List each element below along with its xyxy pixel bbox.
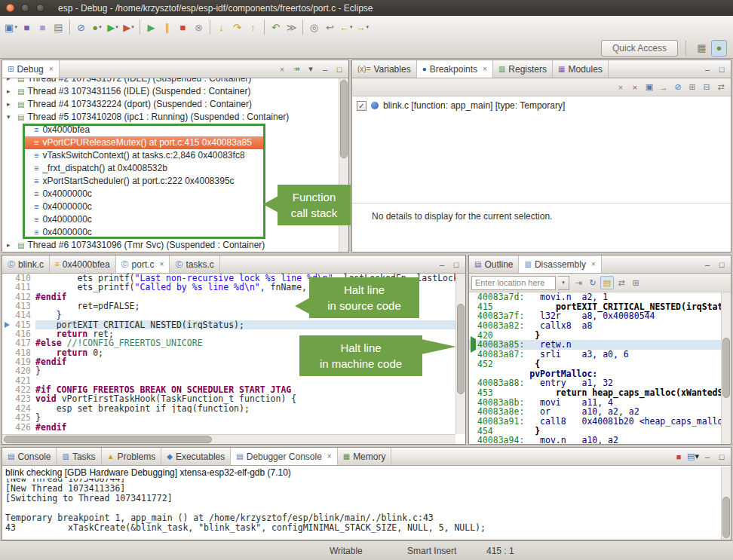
disassembly-row[interactable]: 40083a87: srli a3, a0, 6	[469, 350, 731, 360]
scrollbar-thumb[interactable]	[457, 304, 465, 394]
code-line[interactable]: 415 portEXIT_CRITICAL_NESTED(irqStatus);	[2, 320, 465, 329]
code-line[interactable]: 424 esp_set_breakpoint_if_jtag(function)…	[2, 404, 465, 413]
code-line[interactable]: 423void vPortFirstTaskHook(TaskFunction_…	[2, 394, 465, 403]
collapse-all-icon[interactable]: ⊟	[700, 81, 713, 94]
code-line[interactable]: 426#endif	[2, 423, 465, 432]
tab-close-icon[interactable]: ×	[49, 65, 54, 73]
suspend-icon[interactable]: ∥	[159, 19, 175, 35]
tab-debug[interactable]: ⊞Debug×	[2, 60, 60, 78]
editor-hscrollbar[interactable]	[2, 434, 455, 444]
debug-thread-row[interactable]: ▾▤Thread #5 1073410208 (ipc1 : Running) …	[2, 111, 348, 124]
console-log[interactable]: [New Thread 1073468744][New Thread 10734…	[2, 479, 731, 540]
step-over-icon[interactable]: ↷	[229, 19, 245, 35]
debug-frame-row[interactable]: ≡0x4000bfea	[25, 124, 265, 136]
debug-thread-row[interactable]: ▸▤Thread #4 1073432224 (dport) (Suspende…	[2, 98, 348, 111]
tab-tasks-c[interactable]: Ⓒtasks.c	[170, 256, 219, 273]
window-maximize-button[interactable]	[36, 4, 44, 12]
tab-port-c[interactable]: Ⓒport.c×	[116, 256, 170, 273]
debug-thread-row[interactable]: ▸▤Thread #2 1073431572 (IDLE) (Suspended…	[2, 78, 348, 85]
disassembly-row[interactable]: 453 return heap_caps_malloc(xWantedSize	[469, 388, 731, 398]
expand-arrow-icon[interactable]: ▸	[7, 85, 14, 98]
print-icon[interactable]: ▤	[51, 19, 66, 35]
go-to-file-icon[interactable]: →	[657, 81, 670, 94]
collapse-arrow-icon[interactable]: ▾	[7, 111, 14, 124]
remove-all-terminated-icon[interactable]: ×	[275, 63, 289, 76]
disassembly-row[interactable]: 452 {	[469, 360, 731, 369]
step-return-icon[interactable]: ↑	[245, 19, 261, 35]
tab-disassembly[interactable]: ▥Disassembly×	[519, 256, 601, 273]
debug-icon[interactable]: ●▾	[89, 19, 105, 35]
disassembly-row[interactable]: 40083a88: entry a1, 32	[469, 378, 731, 388]
minimize-icon[interactable]: –	[435, 258, 449, 271]
debug-perspective-icon[interactable]: ●	[711, 40, 727, 57]
back-icon[interactable]: ←▾	[338, 19, 354, 35]
code-line[interactable]: 422#if CONFIG_FREERTOS_BREAK_ON_SCHEDULE…	[2, 385, 465, 394]
tab-close-icon[interactable]: ×	[591, 260, 596, 268]
debug-thread-row[interactable]: ▸▤Thread #3 1073431156 (IDLE) (Suspended…	[2, 85, 348, 98]
location-input[interactable]: Enter location here	[471, 276, 556, 290]
tab-blink-c[interactable]: Ⓒblink.c	[2, 256, 50, 273]
maximize-icon[interactable]: □	[449, 258, 463, 271]
minimize-icon[interactable]: –	[701, 63, 714, 76]
maximize-icon[interactable]: □	[333, 63, 346, 76]
maximize-icon[interactable]: □	[715, 63, 728, 76]
debug-frame-row[interactable]: ≡xPortStartScheduler() at port.c:222 0x4…	[25, 175, 265, 188]
skip-all-breakpoints-icon[interactable]: ⊘	[73, 19, 89, 35]
new-wizard-icon[interactable]: ▣▾	[3, 19, 19, 35]
tab-debugger-console[interactable]: ▤Debugger Console×	[231, 448, 337, 465]
last-edit-location-icon[interactable]: ↩	[322, 19, 338, 35]
remove-breakpoint-icon[interactable]: ×	[614, 81, 627, 94]
save-icon[interactable]: ■	[19, 19, 35, 35]
scrollbar-thumb[interactable]	[722, 338, 730, 398]
tab-breakpoints[interactable]: ●Breakpoints×	[417, 60, 493, 78]
location-dropdown-icon[interactable]: ▾	[558, 276, 569, 290]
code-line[interactable]: 425}	[2, 413, 465, 422]
tab-memory[interactable]: ▦Memory	[338, 448, 392, 465]
debug-frame-row[interactable]: ≡0x4000000c	[25, 188, 265, 200]
maximize-icon[interactable]: □	[715, 450, 728, 464]
disassembly-row[interactable]: 40083a91: call8 0x40081b20 <heap_caps_ma…	[469, 417, 731, 427]
link-with-debug-icon[interactable]: ⇄	[714, 81, 728, 94]
skip-all-breakpoints-icon[interactable]: ⊘	[671, 81, 685, 94]
tab-outline[interactable]: ▤Outline	[469, 256, 519, 273]
disassembly-body[interactable]: 40083a7d: movi.n a2, 1415 portEXIT_CRITI…	[469, 292, 731, 444]
disassembly-row[interactable]: 40083a7d: movi.n a2, 1	[469, 292, 731, 302]
tab-tasks[interactable]: ▥Tasks	[57, 448, 101, 465]
save-all-icon[interactable]: ■	[35, 19, 51, 35]
remove-all-breakpoints-icon[interactable]: ×	[628, 81, 642, 94]
display-selected-console-icon[interactable]: ▤▾	[686, 450, 700, 464]
search-icon[interactable]: ◎	[306, 19, 322, 35]
terminate-icon[interactable]: ■	[175, 19, 191, 35]
expand-arrow-icon[interactable]: ▸	[7, 98, 14, 111]
console-scrollbar[interactable]	[721, 467, 731, 540]
scrollbar-thumb[interactable]	[722, 497, 730, 538]
instruction-stepping-icon[interactable]: ≫	[284, 19, 299, 35]
minimize-icon[interactable]: –	[318, 63, 332, 76]
minimize-icon[interactable]: –	[701, 258, 714, 271]
maximize-icon[interactable]: □	[715, 258, 728, 271]
debug-frame-row[interactable]: ≡_frxt_dispatch() at 0x4008532b	[25, 162, 265, 175]
debug-frame-row[interactable]: ≡0x4000000c	[25, 200, 265, 213]
tab-variables[interactable]: (x)=Variables	[352, 60, 417, 78]
goto-pc-icon[interactable]: ⇥	[572, 276, 585, 289]
code-line[interactable]: 421	[2, 376, 465, 385]
open-new-view-icon[interactable]: ⊞	[629, 276, 643, 289]
window-minimize-button[interactable]	[21, 4, 29, 12]
quick-access-button[interactable]: Quick Access	[601, 40, 678, 57]
breakpoint-checkbox[interactable]: ✓	[357, 101, 366, 111]
disassembly-scrollbar[interactable]	[721, 292, 731, 444]
tab-close-icon[interactable]: ×	[327, 452, 332, 461]
tab-close-icon[interactable]: ×	[483, 65, 487, 73]
refresh-icon[interactable]: ↻	[586, 276, 600, 289]
drop-to-frame-icon[interactable]: ↶	[268, 19, 284, 35]
expand-arrow-icon[interactable]: ▸	[7, 78, 14, 85]
run-icon[interactable]: ▶▾	[105, 19, 121, 35]
debug-scrollbar[interactable]	[339, 78, 348, 252]
expand-all-icon[interactable]: ⊞	[685, 81, 699, 94]
expand-arrow-icon[interactable]: ▸	[7, 239, 14, 252]
tab-0x4000bfea[interactable]: ≡0x4000bfea	[50, 256, 116, 273]
debug-frame-row[interactable]: ≡0x4000000c	[25, 226, 265, 239]
show-source-icon[interactable]: ▤	[600, 276, 614, 289]
debug-frame-row[interactable]: ≡vTaskSwitchContext() at tasks.c:2,846 0…	[25, 149, 265, 162]
debug-frame-row[interactable]: ≡vPortCPUReleaseMutex() at port.c:415 0x…	[25, 136, 265, 149]
